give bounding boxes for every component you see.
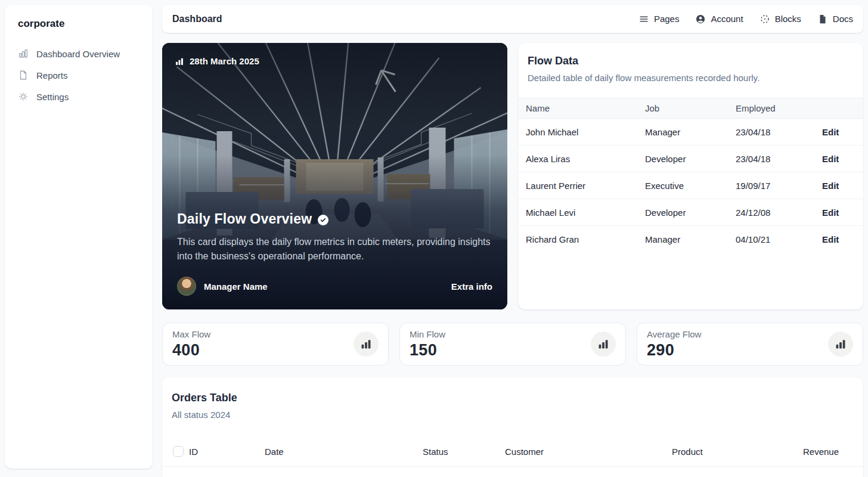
daily-flow-hero-card: 28th March 2025 Daily Flow Overview This… <box>162 43 507 309</box>
sidebar-nav: Dashboard Overview Reports Settings <box>17 43 141 107</box>
nav-label: Docs <box>833 14 853 24</box>
cell-employed: 24/12/08 <box>736 207 822 218</box>
column-header-status: Status <box>423 447 505 457</box>
nav-pages[interactable]: Pages <box>638 14 680 24</box>
column-header-product: Product <box>672 447 803 457</box>
edit-button[interactable]: Edit <box>822 181 855 191</box>
cell-employed: 23/04/18 <box>736 154 822 164</box>
edit-button[interactable]: Edit <box>822 127 855 137</box>
stat-label: Max Flow <box>172 329 210 339</box>
table-row: Michael Levi Developer 24/12/08 Edit <box>518 199 863 226</box>
sidebar-item-label: Reports <box>36 70 68 80</box>
stat-value: 150 <box>410 341 445 360</box>
cell-employed: 19/09/17 <box>736 181 822 191</box>
topbar: Dashboard Pages Account Blocks <box>162 5 863 33</box>
cell-job: Executive <box>645 181 736 191</box>
edit-button[interactable]: Edit <box>822 234 855 244</box>
column-header-employed: Employed <box>736 103 822 113</box>
nav-label: Account <box>711 14 743 24</box>
dashed-circle-icon <box>760 14 770 24</box>
table-row: Laurent Perrier Executive 19/09/17 Edit <box>518 172 863 199</box>
bar-chart-icon <box>18 48 29 59</box>
orders-title: Orders Table <box>162 392 863 404</box>
column-header-customer: Customer <box>505 447 672 457</box>
bar-chart-icon <box>175 57 184 66</box>
edit-button[interactable]: Edit <box>822 154 855 164</box>
flow-data-table: Name Job Employed John Michael Manager 2… <box>518 98 863 253</box>
column-header-job: Job <box>645 103 736 113</box>
brand-title: corporate <box>17 18 141 30</box>
stat-value: 400 <box>172 341 210 360</box>
column-header-name: Name <box>526 103 645 113</box>
sidebar: corporate Dashboard Overview Reports Set… <box>5 5 153 469</box>
edit-button[interactable]: Edit <box>822 207 855 218</box>
table-row: John Michael Manager 23/04/18 Edit <box>518 119 863 145</box>
sidebar-item-settings[interactable]: Settings <box>17 86 141 107</box>
verified-badge-icon <box>318 215 328 225</box>
cell-employed: 23/04/18 <box>736 127 822 137</box>
signal-bars-icon <box>354 332 379 357</box>
stat-label: Average Flow <box>647 329 701 339</box>
nav-docs[interactable]: Docs <box>817 14 853 24</box>
column-header-date: Date <box>265 447 423 457</box>
cell-job: Manager <box>645 234 736 244</box>
cell-job: Developer <box>645 154 736 164</box>
sidebar-item-label: Settings <box>36 92 69 102</box>
orders-subtitle: All status 2024 <box>162 410 863 420</box>
hero-date-badge: 28th March 2025 <box>175 56 259 66</box>
flow-data-card: Flow Data Detailed table of daily flow m… <box>518 43 863 309</box>
stat-label: Min Flow <box>410 329 445 339</box>
stats-row: Max Flow 400 Min Flow 150 Average Flow 2… <box>162 323 863 366</box>
sidebar-item-dashboard-overview[interactable]: Dashboard Overview <box>17 43 141 64</box>
column-header-revenue: Revenue <box>803 447 852 457</box>
manager-name: Manager Name <box>204 281 268 292</box>
stat-value: 290 <box>647 341 701 360</box>
nav-label: Pages <box>654 14 680 24</box>
nav-account[interactable]: Account <box>695 14 743 24</box>
select-all-checkbox[interactable] <box>173 446 184 457</box>
cell-name: Alexa Liras <box>526 154 645 164</box>
cell-name: Richard Gran <box>526 234 645 244</box>
gear-icon <box>18 91 29 102</box>
flow-data-title: Flow Data <box>528 55 854 67</box>
orders-table-card: Orders Table All status 2024 ID Date Sta… <box>162 377 863 477</box>
topbar-nav: Pages Account Blocks Docs <box>638 14 853 24</box>
flow-data-subtitle: Detailed table of daily flow measurement… <box>528 73 854 83</box>
flow-table-header: Name Job Employed <box>518 98 863 119</box>
user-circle-icon <box>695 14 706 24</box>
sidebar-item-label: Dashboard Overview <box>36 49 120 59</box>
cell-job: Manager <box>645 127 736 137</box>
nav-blocks[interactable]: Blocks <box>760 14 801 24</box>
nav-label: Blocks <box>775 14 801 24</box>
cell-name: Michael Levi <box>526 207 645 218</box>
signal-bars-icon <box>828 332 853 357</box>
hero-date-label: 28th March 2025 <box>190 56 259 66</box>
manager-avatar <box>177 277 196 296</box>
page-title: Dashboard <box>172 14 222 24</box>
manager-info: Manager Name <box>177 277 268 296</box>
hero-title: Daily Flow Overview <box>177 211 312 227</box>
orders-table-header: ID Date Status Customer Product Revenue <box>162 446 863 467</box>
document-icon <box>817 14 828 24</box>
signal-bars-icon <box>591 332 616 357</box>
table-row: Richard Gran Manager 04/10/21 Edit <box>518 226 863 253</box>
menu-lines-icon <box>638 14 649 24</box>
stat-card-min-flow: Min Flow 150 <box>399 323 626 366</box>
stat-card-average-flow: Average Flow 290 <box>637 323 863 366</box>
cell-job: Developer <box>645 207 736 218</box>
main-content: Dashboard Pages Account Blocks <box>162 5 863 477</box>
file-icon <box>18 70 29 80</box>
sidebar-item-reports[interactable]: Reports <box>17 64 141 86</box>
cell-name: John Michael <box>526 127 645 137</box>
cell-employed: 04/10/21 <box>736 234 822 244</box>
cell-name: Laurent Perrier <box>526 181 645 191</box>
hero-caption: Daily Flow Overview This card displays t… <box>177 211 492 296</box>
table-row: Alexa Liras Developer 23/04/18 Edit <box>518 145 863 172</box>
stat-card-max-flow: Max Flow 400 <box>162 323 389 366</box>
hero-description: This card displays the daily flow metric… <box>177 235 492 264</box>
column-header-id: ID <box>189 447 265 457</box>
extra-info-link[interactable]: Extra info <box>451 281 492 292</box>
